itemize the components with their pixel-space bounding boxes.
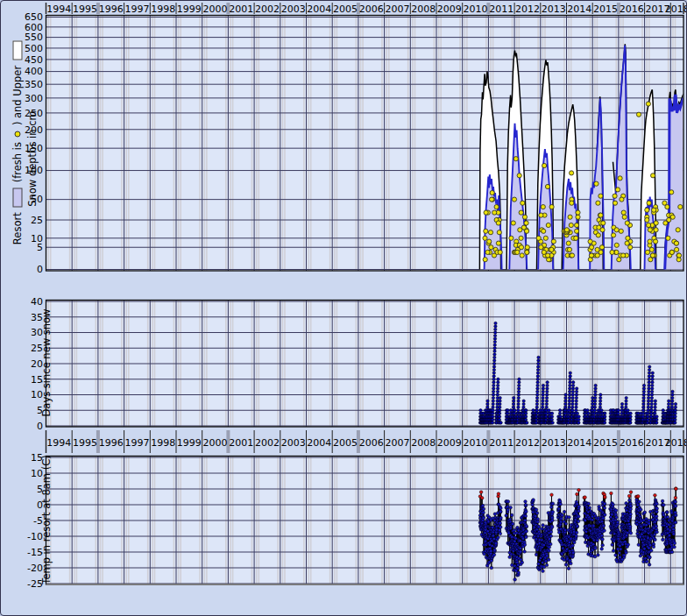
temp-cold-dot xyxy=(499,510,503,513)
days-dot xyxy=(569,381,571,384)
days-dot xyxy=(674,418,676,421)
month-stripe xyxy=(277,16,279,272)
fresh-snow-dot xyxy=(648,228,652,232)
temp-cold-dot xyxy=(655,530,659,534)
temp-cold-dot xyxy=(490,549,493,553)
days-dot xyxy=(650,396,653,399)
temp-cold-dot xyxy=(674,521,677,525)
temp-warm-dot xyxy=(480,497,484,500)
fresh-snow-dot xyxy=(669,250,674,254)
temp-cold-dot xyxy=(524,503,528,506)
fresh-snow-dot xyxy=(542,163,547,167)
temp-cold-dot xyxy=(493,513,497,516)
days-dot xyxy=(650,393,653,396)
days-dot xyxy=(494,322,497,324)
year-label: 2004 xyxy=(307,437,331,449)
year-label: 1996 xyxy=(99,437,124,449)
temp-cold-dot xyxy=(603,513,606,517)
fresh-snow-dot xyxy=(511,221,515,225)
days-dot xyxy=(492,372,495,374)
days-dot xyxy=(598,400,601,402)
days-dot xyxy=(576,412,578,414)
temp-cold-dot xyxy=(550,526,554,529)
temp-cold-dot xyxy=(564,563,568,567)
days-dot xyxy=(575,396,577,399)
fresh-snow-dot xyxy=(567,247,571,251)
fresh-snow-dot xyxy=(674,241,678,245)
temp-cold-dot xyxy=(570,562,573,565)
temp-cold-dot xyxy=(525,510,528,513)
month-stripe xyxy=(251,16,253,272)
days-dot xyxy=(532,409,535,412)
year-label: 2011 xyxy=(489,4,513,15)
month-stripe xyxy=(76,16,78,272)
temp-cold-dot xyxy=(627,543,630,547)
temp-cold-dot xyxy=(525,535,528,539)
days-dot xyxy=(517,400,520,402)
days-dot xyxy=(571,402,574,405)
temp-cold-dot xyxy=(559,503,563,506)
snow-axis-fresh-label: (fresh is xyxy=(11,142,24,182)
temp-cold-dot xyxy=(482,507,485,511)
temp-cold-dot xyxy=(648,556,652,559)
fresh-snow-dot xyxy=(489,245,493,250)
days-dot xyxy=(535,400,538,402)
days-dot xyxy=(654,400,656,402)
temp-cold-dot xyxy=(637,543,641,547)
temp-cold-dot xyxy=(594,547,598,550)
days-dot xyxy=(647,400,649,402)
days-dot xyxy=(494,325,497,328)
snow-depths-label: Snow depths in cm xyxy=(26,110,39,206)
temp-cold-dot xyxy=(523,543,527,547)
temp-cold-dot xyxy=(568,515,571,519)
days-dot xyxy=(499,421,502,424)
temp-cold-dot xyxy=(602,524,606,527)
days-dot xyxy=(650,402,653,405)
fresh-snow-dot xyxy=(651,173,655,178)
days-dot xyxy=(551,421,554,424)
days-dot xyxy=(575,390,577,393)
days-dot xyxy=(648,384,650,386)
days-dot xyxy=(564,393,567,396)
temp-cold-dot xyxy=(563,528,567,532)
days-dot xyxy=(674,412,676,414)
days-dot xyxy=(650,406,653,408)
tick-label: 450 xyxy=(25,54,43,66)
year-label: 1998 xyxy=(151,4,175,15)
temp-cold-dot xyxy=(638,500,641,504)
temp-cold-dot xyxy=(673,542,676,545)
temp-cold-dot xyxy=(506,508,510,512)
days-dot xyxy=(550,412,553,414)
month-stripe xyxy=(230,16,231,272)
days-dot xyxy=(492,387,495,390)
temp-cold-dot xyxy=(575,531,578,535)
days-dot xyxy=(593,402,596,405)
fresh-snow-dot xyxy=(494,205,499,209)
days-dot xyxy=(598,406,601,408)
fresh-snow-dot xyxy=(485,250,490,254)
month-stripe xyxy=(412,16,414,272)
year-label: 2008 xyxy=(411,4,436,15)
temp-cold-dot xyxy=(542,524,545,527)
temp-cold-dot xyxy=(534,514,537,518)
days-dot xyxy=(655,421,658,424)
temp-cold-dot xyxy=(584,519,587,522)
days-dot xyxy=(513,396,515,399)
days-dot xyxy=(642,402,645,405)
fresh-snow-dot xyxy=(621,210,626,215)
year-label: 1996 xyxy=(99,4,124,15)
days-dot xyxy=(642,396,645,399)
days-dot xyxy=(571,393,574,396)
days-dot xyxy=(650,400,653,402)
temp-cold-dot xyxy=(499,516,503,520)
snow-axis-title: Resort (fresh is ) and Upper xyxy=(11,16,25,271)
days-dot xyxy=(641,415,644,418)
days-dot xyxy=(651,372,654,374)
fresh-snow-dot xyxy=(498,250,502,254)
month-stripe xyxy=(362,16,364,272)
days-dot xyxy=(542,402,544,405)
fresh-snow-dot xyxy=(490,197,494,202)
temp-cold-dot xyxy=(549,530,553,534)
temp-warm-dot xyxy=(675,487,678,491)
days-dot xyxy=(599,393,602,396)
